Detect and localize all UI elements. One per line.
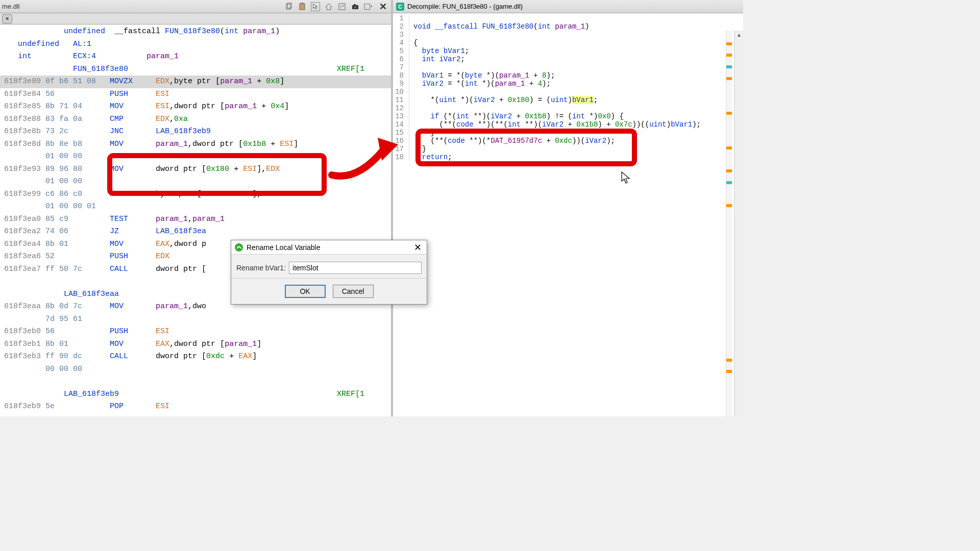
dialog-close-icon[interactable]: ✕ — [412, 242, 424, 253]
decompile-line[interactable]: 1 — [393, 14, 743, 22]
disasm-row[interactable]: 618f3e8b 73 2c JNC LAB_618f3eb9 — [0, 126, 391, 138]
svg-rect-4 — [339, 4, 345, 10]
header-row: undefined AL:1 — [0, 38, 391, 51]
decompile-line[interactable]: 9 iVar2 = *(int *)(param_1 + 4); — [393, 80, 743, 88]
decompile-line[interactable]: 10 — [393, 88, 743, 96]
disasm-row[interactable]: 618f3e84 56 PUSH ESI — [0, 88, 391, 101]
signature-line: undefined __fastcall FUN_618f3e80(int pa… — [0, 26, 391, 38]
right-title-text: Decompile: FUN_618f3e80 - (game.dll) — [407, 3, 523, 10]
disasm-row[interactable]: 01 00 00 — [0, 151, 391, 163]
ok-button[interactable]: OK — [285, 285, 326, 298]
disasm-row[interactable]: 7d 95 61 — [0, 313, 391, 326]
decompile-line[interactable]: 7 — [393, 63, 743, 71]
decompile-line[interactable]: 3 — [393, 31, 743, 39]
decompile-line[interactable]: 18 return; — [393, 153, 743, 161]
header-row: int ECX:4 param_1 — [0, 51, 391, 63]
disasm-row[interactable]: 618f3eb9 5e POP ESI — [0, 400, 391, 413]
disassembly-panel: me.dll — [0, 0, 393, 416]
graph-icon[interactable] — [337, 2, 347, 11]
cancel-button[interactable]: Cancel — [333, 285, 374, 298]
decompile-line[interactable]: 16 (**(code **)(*DAT_61957d7c + 0xdc))(i… — [393, 137, 743, 145]
paste-icon[interactable] — [298, 2, 307, 11]
camera-icon[interactable] — [351, 2, 360, 11]
decompile-line[interactable]: 5 byte bVar1; — [393, 47, 743, 55]
rename-label: Rename bVar1: — [236, 264, 286, 272]
rename-input[interactable] — [289, 262, 422, 274]
disasm-row[interactable]: 618f3eb0 56 PUSH ESI — [0, 325, 391, 338]
decompile-panel: C Decompile: FUN_618f3e80 - (game.dll) 1… — [393, 0, 743, 416]
tab-close-button[interactable]: ✕ — [2, 14, 12, 23]
svg-rect-2 — [300, 4, 305, 10]
cursor-icon[interactable] — [311, 2, 320, 11]
svg-rect-8 — [364, 4, 370, 9]
tab-row: ✕ — [0, 13, 391, 24]
disasm-row[interactable]: 618f3e93 89 96 80 MOV dword ptr [0x180 +… — [0, 163, 391, 176]
disasm-row[interactable]: 01 00 00 01 — [0, 201, 391, 213]
disasm-row[interactable]: 618f3e8d 8b 8e b8 MOV param_1,dword ptr … — [0, 138, 391, 151]
disasm-row[interactable]: 618f3ea0 85 c9 TEST param_1,param_1 — [0, 213, 391, 226]
decompile-line[interactable]: 12 — [393, 104, 743, 112]
close-icon[interactable]: ✕ — [377, 1, 389, 12]
decompile-line[interactable]: 15 } — [393, 129, 743, 137]
disasm-row[interactable]: 618f3e80 0f b6 51 08 MOVZX EDX,byte ptr … — [0, 76, 391, 88]
decompile-line[interactable]: 13 if (*(int **)(iVar2 + 0x1b8) != (int … — [393, 112, 743, 120]
label-line[interactable]: LAB_618f3eb9XREF[1 — [0, 388, 391, 401]
home-icon[interactable] — [324, 2, 333, 11]
disasm-row[interactable]: 618f3e88 83 fa 0a CMP EDX,0xa — [0, 113, 391, 126]
disasm-row[interactable]: 618f3eb1 8b 01 MOV EAX,dword ptr [param_… — [0, 338, 391, 351]
dialog-titlebar[interactable]: Rename Local Variable ✕ — [231, 240, 427, 255]
disasm-row[interactable]: 618f3e99 c6 86 c0 MOV byte ptr [0x1c0 + … — [0, 188, 391, 201]
decompile-line[interactable]: 6 int iVar2; — [393, 55, 743, 63]
svg-rect-7 — [354, 4, 356, 6]
decompile-code-area[interactable]: 1 2void __fastcall FUN_618f3e80(int para… — [393, 13, 743, 416]
rename-dialog: Rename Local Variable ✕ Rename bVar1: OK… — [231, 240, 427, 305]
right-titlebar: C Decompile: FUN_618f3e80 - (game.dll) — [393, 0, 743, 13]
decompile-line[interactable]: 4{ — [393, 39, 743, 47]
svg-point-6 — [354, 6, 357, 8]
disasm-row[interactable]: 618f3eb3 ff 90 dc CALL dword ptr [0xdc +… — [0, 350, 391, 363]
svg-point-9 — [235, 243, 243, 252]
decompile-line[interactable]: 14 (**(code **)(**(int **)(iVar2 + 0x1b8… — [393, 120, 743, 129]
left-titlebar: me.dll — [0, 0, 391, 13]
left-title-text: me.dll — [2, 3, 20, 10]
disasm-code-area[interactable]: undefined __fastcall FUN_618f3e80(int pa… — [0, 24, 391, 416]
copy-icon[interactable] — [284, 2, 293, 11]
dropdown-icon[interactable] — [364, 2, 373, 11]
decompile-line[interactable]: 2void __fastcall FUN_618f3e80(int param_… — [393, 22, 743, 31]
svg-rect-3 — [301, 3, 304, 4]
dialog-title: Rename Local Variable — [247, 243, 412, 252]
header-row: FUN_618f3e80 XREF[1 — [0, 63, 391, 76]
disasm-row[interactable]: 01 00 00 — [0, 176, 391, 188]
ghidra-app-icon — [234, 243, 243, 252]
disasm-row[interactable]: 00 00 00 — [0, 363, 391, 376]
decompile-line[interactable]: 8 bVar1 = *(byte *)(param_1 + 8); — [393, 71, 743, 80]
decompile-line[interactable]: 17 } — [393, 145, 743, 153]
disasm-row[interactable]: 618f3ea2 74 06 JZ LAB_618f3ea — [0, 226, 391, 238]
decompile-icon: C — [396, 3, 404, 11]
disasm-row[interactable]: 618f3e85 8b 71 04 MOV ESI,dword ptr [par… — [0, 101, 391, 113]
decompile-line[interactable]: 11 *(uint *)(iVar2 + 0x180) = (uint)bVar… — [393, 96, 743, 104]
